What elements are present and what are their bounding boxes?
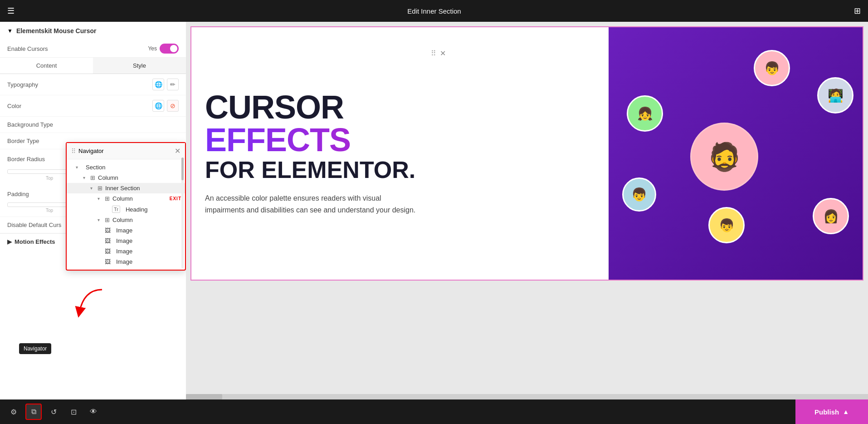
nav-item-column-1[interactable]: ▾ ⊞ Column <box>67 173 185 183</box>
color-globe-icon[interactable]: 🌐 <box>152 100 164 112</box>
avatar-1: 👦 <box>754 50 790 86</box>
page-left: CURSOR EFFECTS FOR ELEMENTOR. An accessi… <box>191 27 609 280</box>
panel-close-icon[interactable]: ✕ <box>440 49 446 58</box>
color-field: Color 🌐 ⊘ <box>0 95 186 117</box>
border-type-label: Border Type <box>7 138 39 144</box>
canvas-scrollbar-thumb <box>186 394 222 399</box>
publish-label: Publish <box>814 408 839 416</box>
panel-controls: ⠿ ✕ <box>431 49 446 58</box>
undo-icon-btn[interactable]: ↺ <box>45 404 62 420</box>
canvas-content: CURSOR EFFECTS FOR ELEMENTOR. An accessi… <box>186 22 868 394</box>
section-title: Elementskit Mouse Cursor <box>16 27 97 35</box>
typography-globe-icon[interactable]: 🌐 <box>152 79 164 90</box>
navigator-tooltip: Navigator <box>19 343 51 354</box>
for-elementor-heading: FOR ELEMENTOR. <box>205 156 595 183</box>
nav-item-image-3[interactable]: 🖼 Image <box>67 246 185 256</box>
preview-icon-btn[interactable]: 👁 <box>85 404 102 420</box>
avatar-5: 👦 <box>622 177 656 212</box>
avatar-6: 👦 <box>708 207 745 243</box>
nav-image4-icon: 🖼 <box>105 258 111 265</box>
collapse-arrow-icon: ▼ <box>7 28 13 34</box>
border-radius-label: Border Radius <box>7 156 45 163</box>
toggle-wrap: Yes <box>148 44 179 54</box>
canvas-area: ⠿ ✕ CURSOR EFFECTS FOR ELEMENTOR. An acc… <box>186 22 868 399</box>
nav-item-heading[interactable]: Tr Heading <box>67 204 185 215</box>
grid-icon[interactable]: ⊞ <box>854 6 861 16</box>
disable-cursors-label: Disable Default Curs <box>7 222 61 228</box>
nav-image1-icon: 🖼 <box>105 227 111 234</box>
navigator-drag-icon[interactable]: ⠿ <box>71 148 76 155</box>
typography-field: Typography 🌐 ✏ <box>0 74 186 95</box>
nav-item-column-2[interactable]: ▾ ⊞ Column EXIT <box>67 193 185 204</box>
nav-col2-label: Column <box>112 195 133 202</box>
nav-inner-arrow-icon: ▾ <box>90 186 96 191</box>
description-text: An accessible color palette ensures read… <box>205 192 423 216</box>
top-bar: ☰ Edit Inner Section ⊞ <box>0 0 868 22</box>
padding-label: Padding <box>7 191 29 197</box>
typography-icons: 🌐 ✏ <box>152 79 179 90</box>
left-panel: ▼ Elementskit Mouse Cursor Enable Cursor… <box>0 22 186 399</box>
nav-item-image-1[interactable]: 🖼 Image <box>67 225 185 236</box>
nav-col3-arrow-icon: ▾ <box>98 217 103 222</box>
navigator-header-left: ⠿ Navigator <box>71 148 104 155</box>
content-tab[interactable]: Content <box>0 58 93 74</box>
navigator-popup: ⠿ Navigator ✕ ▾ Section ▾ ⊞ Column <box>66 142 186 271</box>
style-tab[interactable]: Style <box>93 58 186 74</box>
arrow-annotation <box>70 285 107 323</box>
nav-item-image-4[interactable]: 🖼 Image <box>67 256 185 267</box>
canvas-scrollbar[interactable] <box>186 394 868 399</box>
navigator-close-icon[interactable]: ✕ <box>175 147 180 155</box>
navigator-header: ⠿ Navigator ✕ <box>67 143 185 159</box>
nav-col3-icon: ⊞ <box>105 217 110 223</box>
tab-row: Content Style <box>0 58 186 74</box>
nav-image1-label: Image <box>116 227 132 234</box>
color-slash-icon[interactable]: ⊘ <box>167 100 179 112</box>
nav-exit-label[interactable]: EXIT <box>170 196 181 201</box>
navigator-title: Navigator <box>78 148 104 154</box>
page-title: Edit Inner Section <box>407 7 461 15</box>
hamburger-icon[interactable]: ☰ <box>7 6 15 16</box>
nav-item-column-3[interactable]: ▾ ⊞ Column <box>67 215 185 225</box>
enable-cursors-toggle[interactable] <box>160 44 179 54</box>
enable-cursors-label: Enable Cursors <box>7 45 48 52</box>
nav-scrollbar[interactable] <box>181 158 184 268</box>
nav-item-inner-section[interactable]: ▾ ⊞ Inner Section <box>67 183 185 193</box>
nav-col1-arrow-icon: ▾ <box>83 175 88 180</box>
responsive-icon-btn[interactable]: ⊡ <box>65 404 82 420</box>
nav-image2-icon: 🖼 <box>105 237 111 244</box>
nav-image3-label: Image <box>116 248 132 255</box>
motion-effects-arrow-icon: ▶ <box>7 238 12 245</box>
navigator-tree: ▾ Section ▾ ⊞ Column ▾ ⊞ Inner Section <box>67 159 185 270</box>
main-layout: ▼ Elementskit Mouse Cursor Enable Cursor… <box>0 22 868 399</box>
avatar-7: 👩 <box>813 198 849 234</box>
settings-icon-btn[interactable]: ⚙ <box>5 404 22 420</box>
page-right: 👦 👧 🧑‍💻 🧔 👦 👦 👩 <box>609 27 863 280</box>
nav-inner-label: Inner Section <box>105 185 140 192</box>
navigator-icon-btn[interactable]: ⧉ <box>25 404 42 420</box>
panel-drag-icon[interactable]: ⠿ <box>431 49 436 58</box>
publish-button[interactable]: Publish ▲ <box>795 399 868 424</box>
nav-image3-icon: 🖼 <box>105 248 111 255</box>
color-label: Color <box>7 103 21 109</box>
elementskit-section-header[interactable]: ▼ Elementskit Mouse Cursor <box>0 22 186 40</box>
avatar-2: 👧 <box>627 95 663 132</box>
toggle-yes-label: Yes <box>148 45 157 52</box>
nav-section-arrow-icon: ▾ <box>76 165 81 170</box>
nav-col1-label: Column <box>98 174 118 181</box>
nav-image4-label: Image <box>116 258 132 265</box>
nav-item-image-2[interactable]: 🖼 Image <box>67 236 185 246</box>
typography-pencil-icon[interactable]: ✏ <box>167 79 179 90</box>
bottom-bar: ⚙ ⧉ ↺ ⊡ 👁 Publish ▲ <box>0 399 868 424</box>
typography-label: Typography <box>7 81 38 88</box>
background-type-label: Background Type <box>7 121 53 128</box>
effects-heading: EFFECTS <box>205 123 595 156</box>
nav-section-label: Section <box>86 164 105 171</box>
nav-inner-icon: ⊞ <box>98 185 102 192</box>
nav-col2-icon: ⊞ <box>105 195 110 202</box>
background-type-field: Background Type <box>0 117 186 133</box>
color-icons: 🌐 ⊘ <box>152 100 179 112</box>
nav-col2-arrow-icon: ▾ <box>98 196 103 201</box>
cursor-heading: CURSOR <box>205 91 595 123</box>
nav-heading-label: Heading <box>126 206 147 213</box>
nav-item-section[interactable]: ▾ Section <box>67 162 185 173</box>
